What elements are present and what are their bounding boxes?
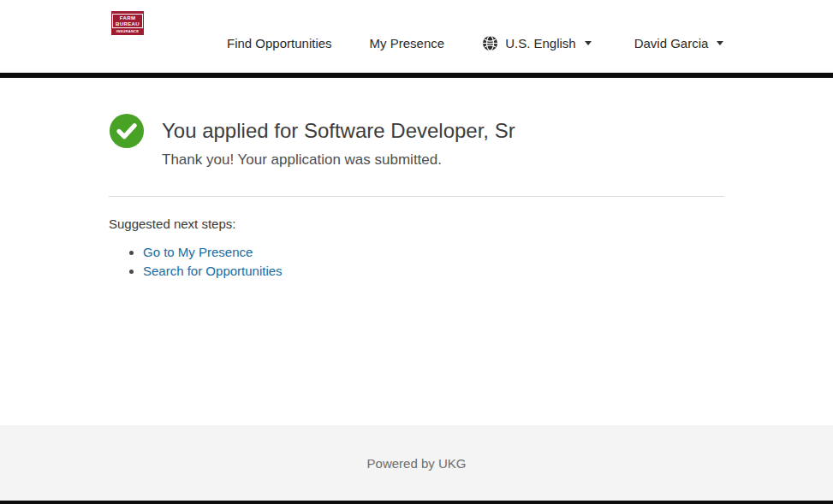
next-steps-list: Go to My Presence Search for Opportuniti… <box>143 243 724 281</box>
logo-line-bureau: BUREAU <box>116 21 140 27</box>
logo-line-insurance: INSURANCE <box>116 29 139 33</box>
success-check-icon <box>109 113 145 149</box>
user-menu[interactable]: David Garcia <box>634 36 724 50</box>
list-item: Go to My Presence <box>143 243 724 262</box>
main-nav: Find Opportunities My Presence U.S. Engl… <box>227 0 723 73</box>
result-text: You applied for Software Developer, Sr T… <box>162 119 515 169</box>
farm-bureau-logo[interactable]: FARM BUREAU INSURANCE <box>111 11 144 35</box>
nav-find-opportunities[interactable]: Find Opportunities <box>227 36 332 50</box>
list-item: Search for Opportunities <box>143 262 724 281</box>
logo-line-farm: FARM <box>116 15 140 21</box>
user-name: David Garcia <box>634 36 709 50</box>
chevron-down-icon <box>717 41 723 45</box>
globe-icon <box>482 35 498 51</box>
nav-my-presence[interactable]: My Presence <box>370 36 445 50</box>
language-selector[interactable]: U.S. English <box>482 35 592 51</box>
page-title: You applied for Software Developer, Sr <box>162 119 515 144</box>
search-for-opportunities-link[interactable]: Search for Opportunities <box>143 264 283 278</box>
application-result: You applied for Software Developer, Sr T… <box>109 113 724 169</box>
main-content: You applied for Software Developer, Sr T… <box>0 78 833 425</box>
page-subtitle: Thank you! Your application was submitte… <box>162 151 515 169</box>
go-to-my-presence-link[interactable]: Go to My Presence <box>143 245 253 259</box>
chevron-down-icon <box>585 41 592 45</box>
next-steps-label: Suggested next steps: <box>109 216 724 231</box>
language-label: U.S. English <box>505 36 576 50</box>
footer: Powered by UKG <box>0 425 833 501</box>
powered-by-text: Powered by UKG <box>367 456 467 471</box>
section-divider <box>109 196 724 197</box>
footer-divider-bar <box>0 501 833 504</box>
farm-bureau-logo-text: FARM BUREAU <box>112 14 143 28</box>
header: FARM BUREAU INSURANCE Find Opportunities… <box>0 0 833 73</box>
